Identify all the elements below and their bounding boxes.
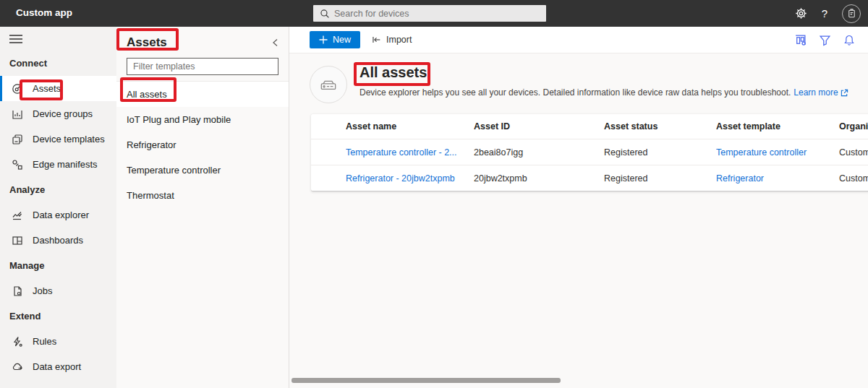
data-export-icon [12, 361, 23, 373]
organization-value: Custom app [839, 147, 868, 158]
external-link-icon [841, 89, 848, 97]
collapse-panel-icon[interactable] [271, 38, 280, 48]
sidebar-item-edge-manifests[interactable]: Edge manifests [0, 152, 116, 177]
nav-section-analyze: Analyze [0, 177, 116, 202]
device-search[interactable] [313, 5, 546, 22]
import-button-label: Import [386, 35, 412, 45]
sidebar-item-data-explorer[interactable]: Data explorer [0, 202, 116, 228]
sidebar-item-label: Edge manifests [33, 159, 98, 170]
sidebar-item-device-groups[interactable]: Device groups [0, 101, 116, 126]
user-avatar[interactable] [842, 4, 861, 23]
page-description: Device explorer helps you see all your d… [359, 87, 848, 98]
left-nav-sidebar: Connect Assets Device groups Device temp… [0, 27, 116, 388]
table-row[interactable]: Temperature controller - 2... 2beai8o7ig… [311, 139, 868, 165]
device-groups-icon [12, 108, 23, 120]
sidebar-item-label: Rules [33, 336, 56, 347]
asset-template-link[interactable]: Temperature controller [716, 147, 839, 158]
topbar-actions: ? [795, 0, 861, 27]
panel-item-all-assets[interactable]: All assets [116, 82, 289, 107]
column-header-asset-id[interactable]: Asset ID [474, 121, 604, 132]
column-header-asset-template[interactable]: Asset template [716, 121, 839, 132]
new-button[interactable]: New [310, 31, 360, 48]
sidebar-item-label: Device templates [33, 134, 105, 145]
sidebar-item-device-templates[interactable]: Device templates [0, 126, 116, 152]
panel-item-thermostat[interactable]: Thermostat [116, 183, 289, 208]
sidebar-item-label: Device groups [33, 108, 93, 119]
asset-id-value: 2beai8o7igg [474, 147, 604, 158]
search-input[interactable] [334, 9, 546, 19]
table-header-row: Asset name Asset ID Asset status Asset t… [311, 114, 868, 139]
column-header-asset-status[interactable]: Asset status [604, 121, 716, 132]
command-bar: New Import [289, 27, 868, 53]
data-explorer-icon [12, 210, 23, 221]
sidebar-item-label: Jobs [33, 285, 52, 296]
top-app-bar: Custom app ? [0, 0, 868, 27]
assets-icon [12, 83, 23, 95]
sidebar-item-jobs[interactable]: Jobs [0, 278, 116, 303]
learn-more-link[interactable]: Learn more [793, 87, 848, 98]
assets-panel: Assets All assets IoT Plug and Play mobi… [116, 27, 289, 388]
column-options-icon[interactable] [794, 34, 807, 46]
device-templates-icon [12, 134, 23, 145]
sidebar-item-label: Data explorer [33, 210, 89, 220]
asset-template-link[interactable]: Refrigerator [716, 173, 839, 184]
hamburger-menu-icon[interactable] [9, 34, 22, 44]
sidebar-item-label: Assets [33, 83, 61, 94]
sidebar-item-data-export[interactable]: Data export [0, 354, 116, 379]
sidebar-item-dashboards[interactable]: Dashboards [0, 228, 116, 253]
column-header-organization[interactable]: Organization [839, 121, 868, 132]
device-icon [318, 76, 339, 93]
import-icon [371, 35, 382, 45]
nav-section-connect: Connect [0, 51, 116, 76]
sidebar-item-assets[interactable]: Assets [0, 76, 116, 101]
sidebar-item-label: Data export [33, 361, 81, 372]
asset-status-value: Registered [604, 173, 716, 184]
template-list: All assets IoT Plug and Play mobile Refr… [116, 81, 289, 208]
assets-table: Asset name Asset ID Asset status Asset t… [311, 114, 868, 191]
panel-title: Assets [127, 35, 167, 50]
dashboards-icon [12, 235, 23, 246]
asset-name-link[interactable]: Temperature controller - 2... [346, 147, 474, 158]
panel-item-temperature-controller[interactable]: Temperature controller [116, 158, 289, 183]
panel-item-iot-plug-and-play-mobile[interactable]: IoT Plug and Play mobile [116, 107, 289, 132]
panel-item-label: Refrigerator [127, 139, 176, 150]
nav-section-extend: Extend [0, 303, 116, 329]
panel-item-label: Thermostat [127, 190, 174, 201]
new-button-label: New [333, 35, 351, 45]
panel-item-refrigerator[interactable]: Refrigerator [116, 132, 289, 158]
nav-section-manage: Manage [0, 253, 116, 278]
table-row[interactable]: Refrigerator - 20jbw2txpmb 20jbw2txpmb R… [311, 165, 868, 191]
asset-id-value: 20jbw2txpmb [474, 173, 604, 184]
asset-name-link[interactable]: Refrigerator - 20jbw2txpmb [346, 173, 474, 184]
page-content: All assets Device explorer helps you see… [289, 53, 868, 388]
main-content-area: New Import [289, 27, 868, 388]
asset-type-avatar [310, 66, 347, 103]
settings-gear-icon[interactable] [795, 7, 807, 20]
edge-manifests-icon [12, 159, 23, 171]
app-title: Custom app [16, 7, 72, 18]
column-header-asset-name[interactable]: Asset name [346, 121, 474, 132]
filter-icon[interactable] [819, 34, 831, 46]
horizontal-scrollbar[interactable] [292, 378, 561, 383]
organization-value: Custom app [839, 173, 868, 184]
panel-item-label: Temperature controller [127, 165, 221, 176]
panel-item-label: All assets [127, 89, 167, 100]
sidebar-item-label: Dashboards [33, 235, 83, 246]
help-icon[interactable]: ? [822, 7, 827, 20]
sidebar-item-rules[interactable]: Rules [0, 329, 116, 354]
notifications-bell-icon[interactable] [843, 34, 855, 46]
page-title: All assets [359, 64, 427, 81]
asset-status-value: Registered [604, 147, 716, 158]
panel-item-label: IoT Plug and Play mobile [127, 114, 231, 125]
jobs-icon [12, 285, 23, 297]
rules-icon [12, 336, 23, 348]
filter-templates-input[interactable] [127, 58, 278, 75]
import-button[interactable]: Import [371, 35, 412, 45]
search-icon [320, 9, 330, 19]
